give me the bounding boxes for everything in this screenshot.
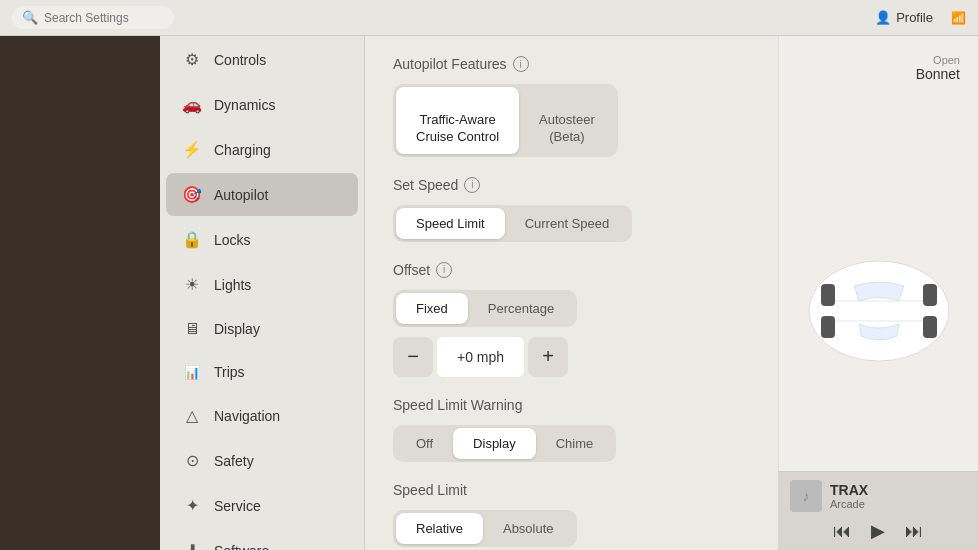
music-player: ♪ TRAX Arcade ⏮ ▶ ⏭ (778, 471, 978, 550)
offset-title: Offset i (393, 262, 750, 278)
sidebar-label-dynamics: Dynamics (214, 97, 275, 113)
settings-panel: Autopilot Features i Traffic-Aware Cruis… (365, 36, 778, 550)
sidebar-item-dynamics[interactable]: 🚗 Dynamics (166, 83, 358, 126)
percentage-btn[interactable]: Percentage (468, 293, 575, 324)
sidebar-label-safety: Safety (214, 453, 254, 469)
sidebar-item-display[interactable]: 🖥 Display (166, 308, 358, 350)
top-bar-right: 👤 Profile 📶 (875, 10, 966, 25)
search-icon: 🔍 (22, 10, 38, 25)
svg-rect-3 (821, 316, 835, 338)
sidebar-item-trips[interactable]: 📊 Trips (166, 352, 358, 392)
current-speed-btn[interactable]: Current Speed (505, 208, 630, 239)
music-subtitle: Arcade (830, 498, 868, 510)
sidebar-item-software[interactable]: ⬇ Software (166, 529, 358, 550)
search-box[interactable]: 🔍 (12, 6, 174, 29)
search-input[interactable] (44, 11, 164, 25)
offset-minus-btn[interactable]: − (393, 337, 433, 377)
controls-icon: ⚙ (182, 50, 202, 69)
sidebar-label-service: Service (214, 498, 261, 514)
sidebar-label-trips: Trips (214, 364, 245, 380)
prev-btn[interactable]: ⏮ (833, 521, 851, 542)
sidebar-label-locks: Locks (214, 232, 251, 248)
svg-rect-2 (923, 284, 937, 306)
set-speed-title: Set Speed i (393, 177, 750, 193)
sidebar-item-autopilot[interactable]: 🎯 Autopilot (166, 173, 358, 216)
sidebar: ⚙ Controls 🚗 Dynamics ⚡ Charging 🎯 Autop… (160, 36, 365, 550)
sidebar-bg (0, 36, 160, 550)
profile-icon: 👤 (875, 10, 891, 25)
sidebar-item-locks[interactable]: 🔒 Locks (166, 218, 358, 261)
set-speed-info-icon[interactable]: i (464, 177, 480, 193)
warning-off-btn[interactable]: Off (396, 428, 453, 459)
music-title: TRAX (830, 482, 868, 498)
sidebar-label-display: Display (214, 321, 260, 337)
sidebar-item-service[interactable]: ✦ Service (166, 484, 358, 527)
speed-limit-section: Speed Limit Relative Absolute (393, 482, 750, 547)
sidebar-label-controls: Controls (214, 52, 266, 68)
lights-icon: ☀ (182, 275, 202, 294)
warning-display-btn[interactable]: Display (453, 428, 536, 459)
profile-button[interactable]: 👤 Profile (875, 10, 933, 25)
speed-limit-title: Speed Limit (393, 482, 750, 498)
safety-icon: ⊙ (182, 451, 202, 470)
speed-limit-toggle: Relative Absolute (393, 510, 577, 547)
sidebar-item-navigation[interactable]: △ Navigation (166, 394, 358, 437)
service-icon: ✦ (182, 496, 202, 515)
open-label: Open (916, 54, 960, 66)
speed-limit-warning-toggle: Off Display Chime (393, 425, 616, 462)
absolute-btn[interactable]: Absolute (483, 513, 574, 544)
speed-limit-warning-title: Speed Limit Warning (393, 397, 750, 413)
set-speed-section: Set Speed i Speed Limit Current Speed (393, 177, 750, 242)
music-controls: ⏮ ▶ ⏭ (790, 520, 966, 542)
offset-info-icon[interactable]: i (436, 262, 452, 278)
trips-icon: 📊 (182, 365, 202, 380)
speed-limit-warning-section: Speed Limit Warning Off Display Chime (393, 397, 750, 462)
display-icon: 🖥 (182, 320, 202, 338)
sidebar-label-software: Software (214, 543, 269, 551)
sidebar-label-navigation: Navigation (214, 408, 280, 424)
svg-point-0 (809, 261, 949, 361)
sidebar-item-safety[interactable]: ⊙ Safety (166, 439, 358, 482)
next-btn[interactable]: ⏭ (905, 521, 923, 542)
sidebar-item-charging[interactable]: ⚡ Charging (166, 128, 358, 171)
autopilot-feature-toggle: Traffic-Aware Cruise Control Autosteer (… (393, 84, 618, 157)
offset-section: Offset i Fixed Percentage − +0 mph (393, 262, 750, 377)
profile-label: Profile (896, 10, 933, 25)
sidebar-item-controls[interactable]: ⚙ Controls (166, 38, 358, 81)
set-speed-toggle: Speed Limit Current Speed (393, 205, 632, 242)
fixed-btn[interactable]: Fixed (396, 293, 468, 324)
dynamics-icon: 🚗 (182, 95, 202, 114)
autopilot-info-icon[interactable]: i (513, 56, 529, 72)
charging-icon: ⚡ (182, 140, 202, 159)
autosteer-btn[interactable]: Autosteer (Beta) (519, 87, 615, 154)
car-panel: Open Bonnet (778, 36, 978, 550)
sidebar-label-lights: Lights (214, 277, 251, 293)
navigation-icon: △ (182, 406, 202, 425)
sidebar-label-charging: Charging (214, 142, 271, 158)
svg-rect-1 (821, 284, 835, 306)
top-bar: 🔍 👤 Profile 📶 (0, 0, 978, 36)
software-icon: ⬇ (182, 541, 202, 550)
relative-btn[interactable]: Relative (396, 513, 483, 544)
autopilot-icon: 🎯 (182, 185, 202, 204)
bonnet-info: Open Bonnet (916, 54, 960, 82)
music-info: ♪ TRAX Arcade (790, 480, 966, 512)
signal-icon: 📶 (951, 11, 966, 25)
sidebar-item-lights[interactable]: ☀ Lights (166, 263, 358, 306)
traffic-cruise-btn[interactable]: Traffic-Aware Cruise Control (396, 87, 519, 154)
autopilot-features-title: Autopilot Features i (393, 56, 750, 72)
offset-type-toggle: Fixed Percentage (393, 290, 577, 327)
play-btn[interactable]: ▶ (871, 520, 885, 542)
warning-chime-btn[interactable]: Chime (536, 428, 614, 459)
offset-value-display: +0 mph (437, 337, 524, 377)
locks-icon: 🔒 (182, 230, 202, 249)
bonnet-label[interactable]: Bonnet (916, 66, 960, 82)
offset-row: − +0 mph + (393, 337, 568, 377)
autopilot-features-section: Autopilot Features i Traffic-Aware Cruis… (393, 56, 750, 157)
car-svg (799, 256, 959, 366)
speed-limit-btn[interactable]: Speed Limit (396, 208, 505, 239)
music-album-art: ♪ (790, 480, 822, 512)
music-details: TRAX Arcade (830, 482, 868, 510)
svg-rect-4 (923, 316, 937, 338)
offset-plus-btn[interactable]: + (528, 337, 568, 377)
